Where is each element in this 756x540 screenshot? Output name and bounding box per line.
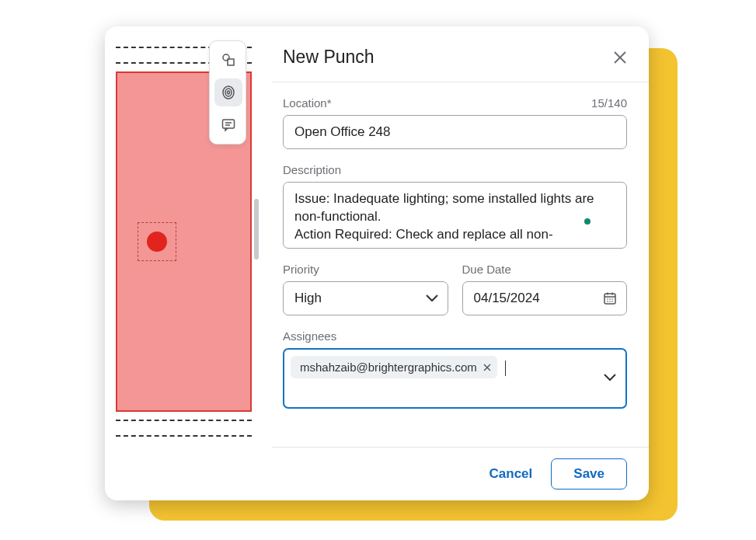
text-cursor [505,361,506,376]
chevron-down-icon [426,294,438,302]
close-icon [613,51,627,64]
svg-point-19 [611,301,613,302]
due-date-value: 04/15/2024 [474,291,540,306]
assignees-input[interactable]: mshahzaib@brightergraphics.com [283,348,627,409]
description-textarea[interactable] [284,183,615,245]
punch-pin-selection[interactable] [138,222,176,261]
priority-label: Priority [283,263,319,276]
punch-pin-icon [147,232,167,252]
panel-header: New Punch [272,26,649,82]
shapes-tool-button[interactable] [214,46,242,74]
location-input[interactable] [283,115,627,149]
location-char-counter: 15/140 [591,96,627,110]
assignee-chip-label: mshahzaib@brightergraphics.com [300,361,477,374]
svg-point-0 [223,54,229,61]
svg-point-3 [225,89,232,96]
drawing-toolbar [209,40,246,145]
dialog-card: New Punch Location* 15/140 Description [105,26,649,500]
description-label: Description [283,163,341,176]
assignee-chip: mshahzaib@brightergraphics.com [291,356,497,378]
punch-tool-button[interactable] [214,78,242,106]
priority-field: Priority High [283,263,448,315]
comment-tool-button[interactable] [214,111,242,139]
assignees-label: Assignees [283,329,336,343]
save-button[interactable]: Save [551,458,627,489]
svg-point-4 [228,91,230,94]
svg-point-15 [609,298,611,300]
canvas-scrollbar[interactable] [254,199,259,260]
due-date-label: Due Date [462,263,511,276]
shapes-icon [221,52,236,68]
due-date-field: Due Date 04/15/2024 [462,263,628,315]
close-icon [483,364,491,371]
fingerprint-icon [221,85,236,100]
calendar-icon [603,291,617,305]
due-date-input[interactable]: 04/15/2024 [462,281,628,315]
svg-point-18 [609,301,611,302]
panel-body: Location* 15/140 Description Priority [272,82,649,447]
svg-point-17 [607,301,608,302]
description-field: Description [283,163,627,249]
priority-select[interactable]: High [283,281,448,315]
priority-value: High [294,291,322,306]
status-dot-icon [584,218,591,225]
remove-chip-button[interactable] [483,364,491,371]
svg-rect-5 [223,120,235,128]
location-label: Location* [283,96,332,110]
panel-footer: Cancel Save [272,447,649,500]
close-button[interactable] [613,51,627,64]
location-field: Location* 15/140 [283,96,627,149]
chevron-down-icon [604,374,616,381]
svg-point-16 [611,298,613,300]
svg-point-14 [607,298,608,300]
new-punch-panel: New Punch Location* 15/140 Description [272,26,649,500]
comment-icon [221,117,236,133]
assignees-field: Assignees mshahzaib@brightergraphics.com [283,329,627,409]
assignees-dropdown-toggle[interactable] [604,374,616,381]
cancel-button[interactable]: Cancel [489,466,533,482]
panel-title: New Punch [283,47,375,68]
